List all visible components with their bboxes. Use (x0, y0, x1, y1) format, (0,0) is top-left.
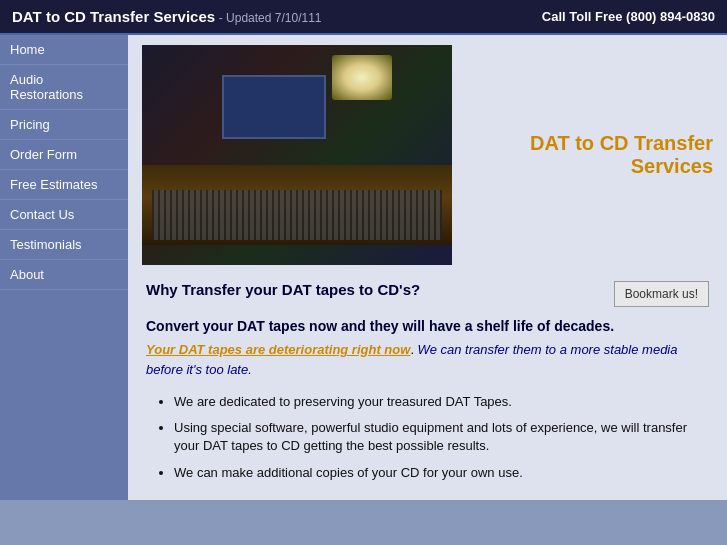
deteriorating-link[interactable]: Your DAT tapes are deteriorating right n… (146, 342, 410, 357)
phone-number: Call Toll Free (800) 894-0830 (542, 9, 715, 24)
sidebar-item-free-estimates[interactable]: Free Estimates (0, 170, 128, 200)
period: . (410, 342, 417, 357)
monitor-glow (332, 55, 392, 100)
sidebar-item-home[interactable]: Home (0, 35, 128, 65)
page-content: Why Transfer your DAT tapes to CD's? Boo… (142, 281, 713, 482)
list-item: We are dedicated to preserving your trea… (174, 393, 709, 411)
why-section-left: Why Transfer your DAT tapes to CD's? (146, 281, 420, 308)
list-item: Using special software, powerful studio … (174, 419, 709, 455)
sidebar-item-order-form[interactable]: Order Form (0, 140, 128, 170)
sidebar-item-audio-restorations[interactable]: Audio Restorations (0, 65, 128, 110)
site-subtitle: - Updated 7/10/111 (219, 11, 322, 25)
sidebar-item-contact-us[interactable]: Contact Us (0, 200, 128, 230)
hero-heading: DAT to CD Transfer Services (472, 132, 713, 178)
main-content: DAT to CD Transfer Services Why Transfer… (128, 35, 727, 500)
why-and-bookmark-row: Why Transfer your DAT tapes to CD's? Boo… (146, 281, 709, 308)
bookmark-button[interactable]: Bookmark us! (614, 281, 709, 307)
studio-image (142, 45, 452, 265)
main-layout: Home Audio Restorations Pricing Order Fo… (0, 35, 727, 500)
page-header: DAT to CD Transfer Services - Updated 7/… (0, 0, 727, 35)
why-title: Why Transfer your DAT tapes to CD's? (146, 281, 420, 298)
convert-text: Convert your DAT tapes now and they will… (146, 318, 709, 334)
list-item: We can make additional copies of your CD… (174, 464, 709, 482)
site-title: DAT to CD Transfer Services (12, 8, 215, 25)
sidebar-item-pricing[interactable]: Pricing (0, 110, 128, 140)
sidebar-item-testimonials[interactable]: Testimonials (0, 230, 128, 260)
console-knobs (152, 190, 442, 240)
hero-text-area: DAT to CD Transfer Services (472, 132, 713, 178)
header-title-group: DAT to CD Transfer Services - Updated 7/… (12, 8, 322, 25)
sidebar-item-about[interactable]: About (0, 260, 128, 290)
hero-section: DAT to CD Transfer Services (142, 45, 713, 265)
deteriorating-paragraph: Your DAT tapes are deteriorating right n… (146, 340, 709, 379)
sidebar-nav: Home Audio Restorations Pricing Order Fo… (0, 35, 128, 500)
features-list: We are dedicated to preserving your trea… (174, 393, 709, 482)
